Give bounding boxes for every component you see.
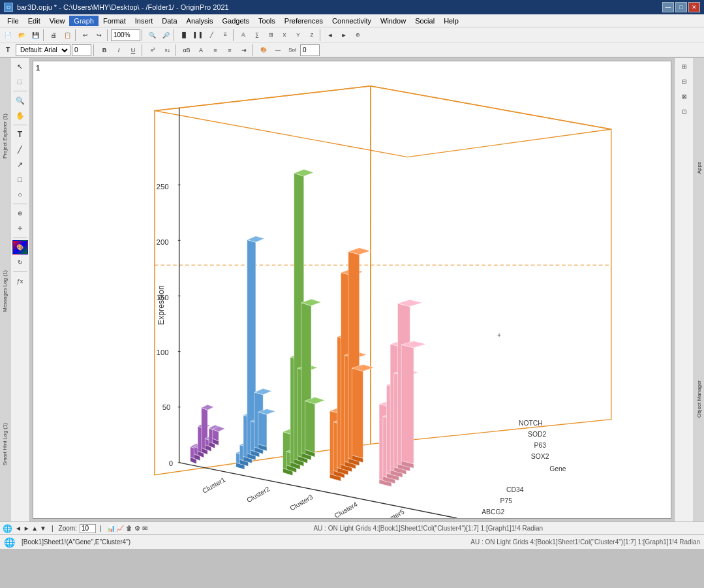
tool-pan[interactable]: ✋ xyxy=(12,108,28,123)
tool-select[interactable]: ⬚ xyxy=(12,74,28,89)
tb-scatter[interactable]: ⠿ xyxy=(219,29,232,42)
tool-rect[interactable]: □ xyxy=(12,172,28,187)
tb-print[interactable]: 🖨 xyxy=(47,29,60,42)
bottom-bar: 🌐 [Book1]Sheet1!(A"Gene",E"Cluster4") AU… xyxy=(0,534,704,549)
menu-edit[interactable]: Edit xyxy=(23,16,45,26)
tb-line-color[interactable]: — xyxy=(271,44,284,57)
tb-more3[interactable]: ⊞ xyxy=(264,29,277,42)
tb-more4[interactable]: ⊕ xyxy=(351,29,364,42)
tool-text[interactable]: T xyxy=(12,127,28,142)
menu-window[interactable]: Window xyxy=(376,16,410,26)
tool-formula[interactable]: ƒx xyxy=(12,274,28,288)
tool-zoom[interactable]: 🔍 xyxy=(12,93,28,108)
tb-alpha[interactable]: αB xyxy=(180,44,193,57)
menu-file[interactable]: File xyxy=(3,16,23,26)
chart-svg: 0 50 100 150 200 250 Expression Cluster1… xyxy=(33,61,671,518)
tb-more1[interactable]: 𝔸 xyxy=(237,29,250,42)
svg-text:SOX2: SOX2 xyxy=(531,453,549,460)
tb-x-axis[interactable]: X xyxy=(278,29,291,42)
menu-data[interactable]: Data xyxy=(157,16,181,26)
tool-arrow[interactable]: ↗ xyxy=(12,157,28,172)
tb-align-c[interactable]: ≡ xyxy=(223,44,236,57)
apps-tab[interactable]: Apps xyxy=(696,159,702,176)
font-select[interactable]: Default: Arial xyxy=(16,44,70,56)
tb-z-axis[interactable]: Z xyxy=(305,29,318,42)
tool-color[interactable]: 🎨 xyxy=(12,240,28,255)
menu-analysis[interactable]: Analysis xyxy=(182,16,218,26)
status-globe-icon: 🌐 xyxy=(3,524,12,533)
svg-text:Cluster2: Cluster2 xyxy=(245,485,271,504)
tb-sub[interactable]: x₂ xyxy=(161,44,174,57)
right-tool-4[interactable]: ⊡ xyxy=(677,104,692,119)
tb-italic[interactable]: I xyxy=(112,44,125,57)
right-tool-1[interactable]: ⊞ xyxy=(677,59,692,74)
graph-container[interactable]: 1 0 50 100 150 200 xyxy=(33,61,671,519)
right-tool-3[interactable]: ⊠ xyxy=(677,89,692,104)
svg-text:Cluster4: Cluster4 xyxy=(333,501,359,518)
main-area: Project Explorer (1) Messages Log (1) Sm… xyxy=(0,58,704,521)
tool-ellipse[interactable]: ○ xyxy=(12,187,28,202)
menu-graph[interactable]: Graph xyxy=(69,16,99,26)
menu-tools[interactable]: Tools xyxy=(254,16,280,26)
status-zoom-input[interactable] xyxy=(80,524,96,533)
tool-rotate3d[interactable]: ↻ xyxy=(12,255,28,270)
tb-text-t[interactable]: T xyxy=(1,44,14,57)
window-controls[interactable]: — □ ✕ xyxy=(662,2,700,12)
font-size-input[interactable]: 0 xyxy=(72,44,91,56)
tb-sol[interactable]: Sol xyxy=(286,44,299,57)
tb-nav-next[interactable]: ► xyxy=(337,29,350,42)
smart-hint-tab[interactable]: Smart Hint Log (1) xyxy=(2,420,8,468)
zoom-input[interactable]: 100% xyxy=(111,29,140,41)
menu-gadgets[interactable]: Gadgets xyxy=(218,16,254,26)
menu-preferences[interactable]: Preferences xyxy=(280,16,328,26)
menu-view[interactable]: View xyxy=(45,16,70,26)
tool-crosshair[interactable]: ✛ xyxy=(12,221,28,236)
maximize-btn[interactable]: □ xyxy=(675,2,687,12)
status-mid-text: AU : ON Light Grids 4:[Book1]Sheet1!Col(… xyxy=(155,525,701,532)
project-explorer-tab[interactable]: Project Explorer (1) xyxy=(2,111,8,161)
line-width-input[interactable] xyxy=(300,44,320,56)
tb-more2[interactable]: ∑ xyxy=(251,29,264,42)
tb-bar1[interactable]: ▐▌ xyxy=(177,29,191,42)
tb-copy[interactable]: 📋 xyxy=(61,29,74,42)
object-manager-tab[interactable]: Object Manager xyxy=(696,378,702,420)
tb-zoom-in[interactable]: 🔍 xyxy=(145,29,159,42)
tool-data-reader[interactable]: ⊕ xyxy=(12,206,28,221)
menu-help[interactable]: Help xyxy=(439,16,463,26)
minimize-btn[interactable]: — xyxy=(662,2,674,12)
menu-connectivity[interactable]: Connectivity xyxy=(328,16,376,26)
tb-line[interactable]: ╱ xyxy=(205,29,218,42)
tb-y-axis[interactable]: Y xyxy=(292,29,305,42)
tb-sep-4 xyxy=(142,29,144,41)
tb-zoom-out[interactable]: 🔎 xyxy=(159,29,172,42)
bar-c5-g7 xyxy=(401,341,426,469)
status-nav-arrows[interactable]: ◄ ► ▲ ▼ xyxy=(15,525,46,532)
tb-color-a[interactable]: A xyxy=(194,44,207,57)
tb-align-l[interactable]: ≡ xyxy=(209,44,222,57)
tb-sep-f4 xyxy=(253,44,255,56)
menu-insert[interactable]: Insert xyxy=(130,16,158,26)
right-tool-2[interactable]: ⊟ xyxy=(677,74,692,89)
tb-sep-f1 xyxy=(93,44,96,56)
tb-super[interactable]: x² xyxy=(146,44,159,57)
tb-bold[interactable]: B xyxy=(98,44,111,57)
tb-undo[interactable]: ↩ xyxy=(79,29,92,42)
messages-log-tab[interactable]: Messages Log (1) xyxy=(2,268,8,315)
tool-line-draw[interactable]: ╱ xyxy=(12,142,28,157)
menu-social[interactable]: Social xyxy=(410,16,439,26)
tb-open[interactable]: 📂 xyxy=(15,29,28,42)
tool-pointer[interactable]: ↖ xyxy=(12,59,28,74)
tb-nav-prev[interactable]: ◄ xyxy=(324,29,337,42)
svg-text:Cluster1: Cluster1 xyxy=(201,476,226,495)
tb-new[interactable]: 📄 xyxy=(1,29,14,42)
left-sidebar: Project Explorer (1) Messages Log (1) Sm… xyxy=(0,58,10,521)
app-icon: O xyxy=(4,3,13,12)
tb-bar2[interactable]: ▌▐ xyxy=(191,29,204,42)
tb-indent[interactable]: ⇥ xyxy=(237,44,251,57)
tb-underline[interactable]: U xyxy=(127,44,140,57)
tb-redo[interactable]: ↪ xyxy=(93,29,106,42)
tb-fill[interactable]: 🎨 xyxy=(257,44,270,57)
close-btn[interactable]: ✕ xyxy=(688,2,700,12)
tb-save[interactable]: 💾 xyxy=(29,29,42,42)
menu-format[interactable]: Format xyxy=(99,16,130,26)
